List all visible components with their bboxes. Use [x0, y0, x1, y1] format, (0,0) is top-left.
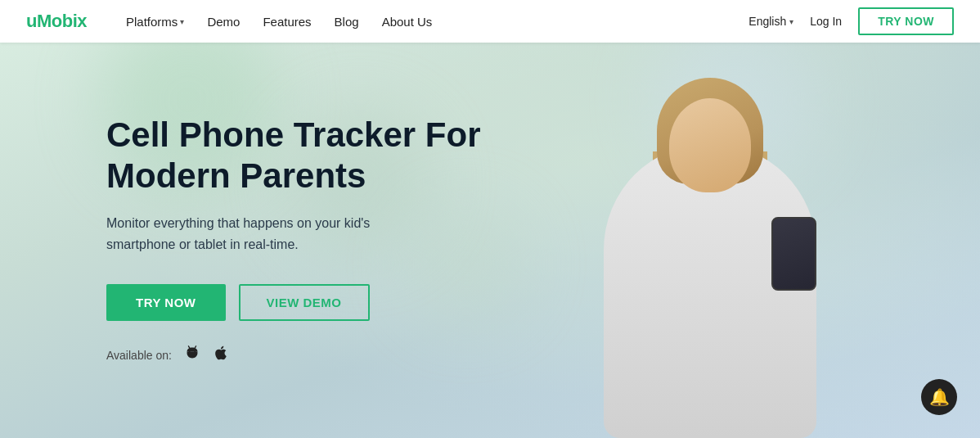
hero-section: Cell Phone Tracker For Modern Parents Mo…: [0, 43, 980, 438]
hero-content: Cell Phone Tracker For Modern Parents Mo…: [106, 115, 532, 367]
woman-head: [669, 98, 751, 192]
navbar: uMobix Platforms ▾ Demo Features Blog Ab…: [0, 0, 980, 43]
bell-icon: 🔔: [929, 387, 950, 407]
demo-label: Demo: [207, 15, 240, 29]
android-icon: [183, 344, 201, 366]
blog-label: Blog: [335, 15, 359, 29]
woman-figure: [538, 61, 882, 438]
logo-name: Mobix: [37, 11, 87, 31]
notification-bell[interactable]: 🔔: [921, 379, 957, 415]
phone-screen: [773, 219, 815, 289]
platforms-label: Platforms: [126, 15, 178, 29]
apple-icon: [213, 344, 229, 366]
nav-demo[interactable]: Demo: [207, 15, 240, 29]
platforms-available-label: Available on:: [106, 349, 172, 362]
platforms-chevron-icon: ▾: [180, 17, 184, 26]
logo-prefix: u: [26, 11, 37, 31]
language-selector[interactable]: English ▾: [748, 15, 793, 28]
navbar-right: English ▾ Log In TRY NOW: [748, 7, 954, 35]
nav-about[interactable]: About Us: [382, 15, 433, 29]
nav-menu: Platforms ▾ Demo Features Blog About Us: [126, 15, 748, 29]
login-link[interactable]: Log In: [810, 15, 842, 28]
hero-view-demo-button[interactable]: VIEW DEMO: [239, 284, 370, 321]
hero-image: [506, 43, 915, 438]
hero-platforms: Available on:: [106, 344, 532, 366]
nav-features[interactable]: Features: [263, 15, 311, 29]
language-label: English: [748, 15, 786, 28]
phone-in-hand: [771, 217, 816, 291]
hero-title: Cell Phone Tracker For Modern Parents: [106, 115, 532, 197]
features-label: Features: [263, 15, 311, 29]
hero-subtitle: Monitor everything that happens on your …: [106, 213, 425, 255]
hero-buttons: TRY NOW VIEW DEMO: [106, 284, 532, 321]
try-now-nav-button[interactable]: TRY NOW: [858, 7, 954, 35]
hero-try-now-button[interactable]: TRY NOW: [106, 284, 226, 321]
site-logo[interactable]: uMobix: [26, 11, 87, 32]
about-label: About Us: [382, 15, 433, 29]
language-chevron-icon: ▾: [789, 17, 793, 26]
nav-platforms[interactable]: Platforms ▾: [126, 15, 184, 29]
nav-blog[interactable]: Blog: [335, 15, 359, 29]
